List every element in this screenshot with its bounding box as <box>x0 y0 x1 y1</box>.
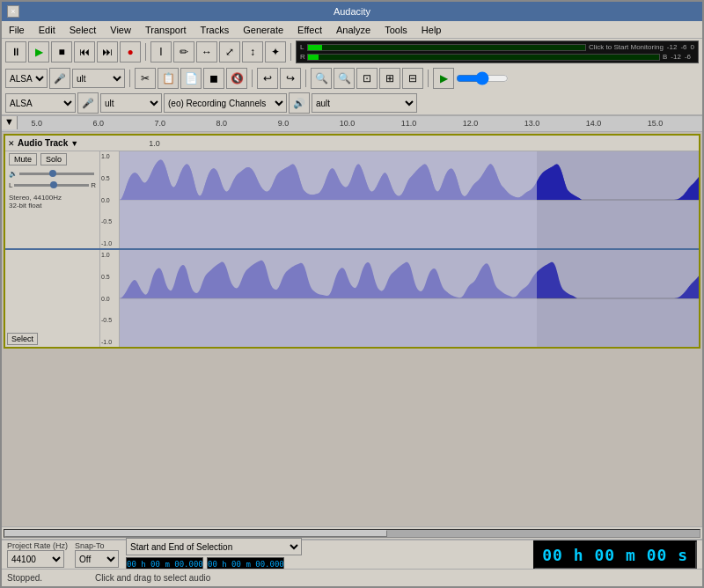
app-title: Audacity <box>334 6 370 17</box>
selection-mode-select[interactable]: Start and End of Selection <box>126 538 302 555</box>
waveform-upper[interactable] <box>120 151 699 248</box>
timeline-ruler: ▼ 5.0 6.0 7.0 8.0 9.0 10.0 11.0 12.0 13.… <box>2 116 702 132</box>
menu-analyze[interactable]: Analyze <box>333 24 374 36</box>
ruler-scroll-left[interactable]: ▼ <box>2 116 18 129</box>
vu-click-label[interactable]: Click to Start Monitoring <box>589 43 664 51</box>
separator-4 <box>252 70 253 87</box>
zoom-in-button[interactable]: 🔍 <box>311 68 332 89</box>
menu-effect[interactable]: Effect <box>294 24 326 36</box>
gain-thumb <box>49 170 56 177</box>
pan-slider[interactable] <box>14 184 89 187</box>
mute-button[interactable]: Mute <box>9 153 37 165</box>
selection-overlay-lower <box>120 250 537 347</box>
record-button[interactable]: ● <box>120 41 141 62</box>
separator-6 <box>428 70 429 87</box>
mic-icon: 🎤 <box>49 68 70 89</box>
status-bottom: Stopped. Click and drag to select audio <box>2 569 702 586</box>
trim-button[interactable]: ◼ <box>203 68 224 89</box>
play-at-speed[interactable]: ▶ <box>433 68 454 89</box>
play-button[interactable]: ▶ <box>28 41 49 62</box>
tool-timeshift[interactable]: ↕ <box>242 41 263 62</box>
lower-channel: Select 1.0 0.5 0.0 -0.5 -1.0 <box>5 250 699 347</box>
track-controls-upper: Mute Solo 🔉 L <box>5 151 100 248</box>
tool-zoom[interactable]: ⤢ <box>219 41 240 62</box>
hint-text: Click and drag to select audio <box>95 573 210 583</box>
status-bar: Project Rate (Hz) 44100 Snap-To Off Star… <box>2 539 702 586</box>
scrollbar-thumb[interactable] <box>4 530 387 537</box>
snap-to-group: Snap-To Off <box>75 541 119 568</box>
gain-control: 🔉 <box>9 170 96 178</box>
silence-button[interactable]: 🔇 <box>226 68 247 89</box>
menu-file[interactable]: File <box>5 24 28 36</box>
track-menu-arrow[interactable]: ▼ <box>70 139 78 148</box>
menu-select[interactable]: Select <box>66 24 100 36</box>
h-scrollbar[interactable] <box>2 526 702 539</box>
recording-channels-select[interactable]: (eo) Recording Channels <box>164 93 287 113</box>
project-rate-group: Project Rate (Hz) 44100 <box>7 541 68 568</box>
tool-draw[interactable]: ↔ <box>196 41 217 62</box>
pause-button[interactable]: ⏸ <box>5 41 26 62</box>
select-button[interactable]: Select <box>7 333 38 345</box>
zoom-fit-button[interactable]: ⊞ <box>379 68 400 89</box>
snap-to-select[interactable]: Off <box>75 550 119 568</box>
amplitude-labels-upper: 1.0 0.5 0.0 -0.5 -1.0 <box>100 151 120 248</box>
track-close-button[interactable]: ✕ <box>8 139 15 148</box>
track-container: ✕ Audio Track ▼ 1.0 Mute Solo 🔉 <box>2 132 702 539</box>
gain-slider[interactable] <box>19 173 94 175</box>
menu-generate[interactable]: Generate <box>239 24 287 36</box>
copy-button[interactable]: 📋 <box>158 68 179 89</box>
time-display: 00 h 00 m 00 s <box>533 540 697 570</box>
cut-button[interactable]: ✂ <box>135 68 156 89</box>
amplitude-labels-lower: 1.0 0.5 0.0 -0.5 -1.0 <box>100 250 120 347</box>
undo-button[interactable]: ↩ <box>257 68 278 89</box>
separator-1 <box>145 43 146 61</box>
speaker-icon: 🔊 <box>289 92 310 114</box>
menu-edit[interactable]: Edit <box>35 24 59 36</box>
separator-5 <box>305 70 306 87</box>
alsa-device-select[interactable]: ALSA <box>5 93 76 113</box>
scrollbar-track <box>4 529 700 538</box>
status-controls: Project Rate (Hz) 44100 Snap-To Off Star… <box>2 540 702 569</box>
skip-end-button[interactable]: ⏭ <box>97 41 118 62</box>
output-device-select[interactable]: ault <box>312 93 417 113</box>
waveform-lower[interactable] <box>120 250 699 347</box>
stop-button[interactable]: ■ <box>51 41 72 62</box>
snap-to-label: Snap-To <box>75 541 105 550</box>
menu-tracks[interactable]: Tracks <box>197 24 233 36</box>
input-device-select[interactable]: ALSA <box>5 69 48 88</box>
upper-channel: Mute Solo 🔉 L <box>5 151 699 248</box>
project-rate-label: Project Rate (Hz) <box>7 541 68 550</box>
menu-bar: File Edit Select View Transport Tracks G… <box>2 21 702 39</box>
pan-thumb <box>50 181 57 188</box>
menu-help[interactable]: Help <box>418 24 445 36</box>
selection-group: Start and End of Selection <box>126 538 302 571</box>
track-info: Stereo, 44100Hz32-bit float <box>9 194 96 209</box>
toolbar-row-2: ALSA 🎤 ult ✂ 📋 📄 ◼ 🔇 ↩ ↪ 🔍 🔍 ⊡ ⊞ ⊟ ▶ <box>2 65 702 92</box>
mic-icon-2: 🎤 <box>77 92 99 114</box>
input-select-2[interactable]: ult <box>100 93 162 113</box>
menu-transport[interactable]: Transport <box>142 24 190 36</box>
mute-solo-controls: Mute Solo <box>9 153 96 165</box>
tool-multi[interactable]: ✦ <box>265 41 286 62</box>
tool-envelope[interactable]: ✏ <box>173 41 194 62</box>
empty-track-area <box>2 350 702 526</box>
menu-tools[interactable]: Tools <box>381 24 411 36</box>
paste-button[interactable]: 📄 <box>180 68 202 89</box>
zoom-sel-button[interactable]: ⊡ <box>356 68 378 89</box>
playback-speed-slider[interactable] <box>456 73 509 84</box>
menu-view[interactable]: View <box>106 24 135 36</box>
skip-start-button[interactable]: ⏮ <box>74 41 95 62</box>
zoom-out-button[interactable]: 🔍 <box>334 68 355 89</box>
selection-overlay-upper <box>120 151 537 248</box>
redo-button[interactable]: ↪ <box>280 68 301 89</box>
project-rate-select[interactable]: 44100 <box>7 550 64 568</box>
toolbars: ⏸ ▶ ■ ⏮ ⏭ ● I ✏ ↔ ⤢ ↕ ✦ L Click to Start… <box>2 39 702 116</box>
close-button[interactable]: × <box>7 5 19 18</box>
mic-select[interactable]: ult <box>72 69 125 88</box>
pan-control: L R <box>9 181 96 189</box>
solo-button[interactable]: Solo <box>40 153 67 165</box>
title-bar: × Audacity <box>2 2 702 21</box>
track-header: ✕ Audio Track ▼ 1.0 <box>5 136 699 151</box>
zoom-fit-vert[interactable]: ⊟ <box>402 68 423 89</box>
tool-ibeam[interactable]: I <box>150 41 172 62</box>
